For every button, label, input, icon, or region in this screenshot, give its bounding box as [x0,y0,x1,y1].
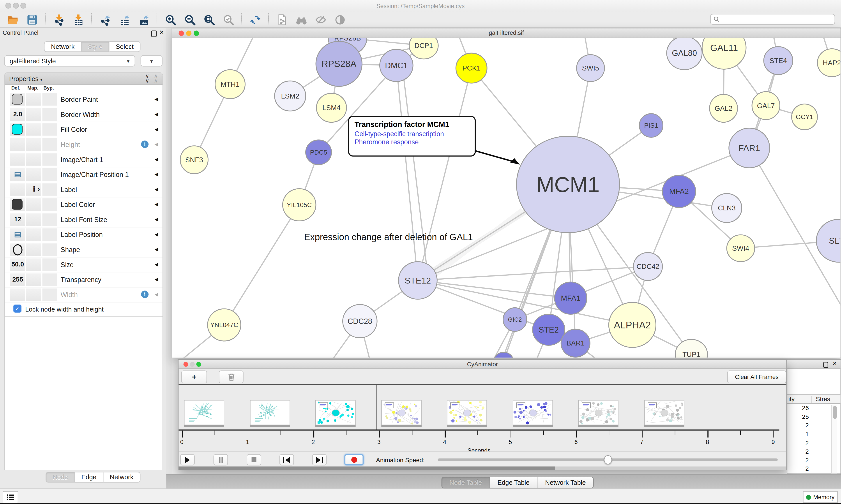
expand-row-icon[interactable]: ◀ [155,217,158,222]
property-cell[interactable] [26,228,41,240]
float-panel-icon[interactable] [823,362,828,368]
property-row-width[interactable]: Widthi◀ [5,287,162,303]
property-cell[interactable] [42,153,57,165]
property-cell[interactable] [26,93,41,106]
property-cell[interactable] [42,93,57,106]
property-cell[interactable] [10,93,25,106]
network-edge[interactable] [224,205,299,325]
expand-row-icon[interactable]: ◀ [155,247,158,252]
search-input[interactable] [720,16,832,23]
property-cell[interactable] [10,289,25,301]
timeline[interactable]: 0123456789 Seconds [179,385,786,451]
zoom-fit-icon[interactable] [202,13,216,27]
column-centrality[interactable]: ity [788,396,794,402]
expand-row-icon[interactable]: ◀ [155,96,158,102]
timeline-frame-2[interactable] [315,400,356,425]
export-table-icon[interactable] [118,13,131,27]
tab-edge[interactable]: Edge [75,472,103,483]
property-cell[interactable]: 12 [10,214,25,226]
expand-row-icon[interactable]: ◀ [155,127,158,132]
property-cell[interactable] [10,183,25,196]
speed-slider-thumb[interactable] [604,455,612,464]
skip-start-button[interactable] [280,454,294,465]
clear-all-frames-button[interactable]: Clear All Frames [727,371,786,383]
property-cell[interactable] [26,123,41,136]
property-cell[interactable] [26,244,41,256]
property-cell[interactable] [10,244,25,256]
table-cell[interactable]: 2 [787,457,809,463]
property-cell[interactable] [26,153,41,165]
minimize-window-button[interactable] [13,3,19,8]
expand-row-icon[interactable]: ◀ [155,232,158,237]
tab-node[interactable]: Node [46,472,75,483]
info-icon[interactable]: i [141,290,148,298]
import-table-icon[interactable] [71,13,85,27]
expand-row-icon[interactable]: ◀ [155,292,158,297]
close-window-button[interactable] [5,3,11,8]
column-stress[interactable]: Stres [816,396,830,402]
property-row-label-position[interactable]: Label Position◀ [5,227,162,242]
property-cell[interactable] [26,289,41,301]
table-scrollbar[interactable] [831,405,837,473]
property-cell[interactable] [10,168,25,181]
table-cell[interactable]: 2 [787,422,809,429]
timeline-frame-1[interactable] [250,400,290,425]
property-cell[interactable] [42,123,57,136]
tab-network[interactable]: Network [44,41,82,52]
properties-header[interactable]: Properties ▾ ∨∨ ∧∧ [5,73,162,85]
property-row-image-chart-1[interactable]: Image/Chart 1◀ [5,152,162,167]
expand-row-icon[interactable]: ◀ [155,142,158,147]
property-cell[interactable] [10,153,25,165]
minimize-icon[interactable] [186,31,192,36]
property-cell[interactable] [10,228,25,240]
close-panel-icon[interactable]: ✕ [159,29,164,36]
column-divider[interactable] [811,396,812,403]
tab-network-bottom[interactable]: Network [103,472,140,483]
record-button[interactable] [344,454,363,465]
style-dropdown[interactable]: galFiltered Style ▼ [4,55,135,66]
property-row-border-paint[interactable]: Border Paint◀ [5,92,162,107]
property-cell[interactable] [26,108,41,121]
property-cell[interactable] [26,273,41,286]
collapse-all-icon[interactable]: ∧∧ [152,74,159,83]
tab-network-table[interactable]: Network Table [538,476,594,488]
close-icon[interactable] [179,31,184,36]
speed-slider[interactable] [437,458,778,461]
expand-row-icon[interactable]: ◀ [155,172,158,177]
property-row-fill-color[interactable]: Fill Color◀ [5,122,162,137]
property-row-transparency[interactable]: 255Transparency◀ [5,272,162,287]
properties-menu-icon[interactable]: ▾ [40,77,42,82]
task-history-button[interactable] [3,491,18,503]
property-row-height[interactable]: Heighti◀ [5,137,162,152]
expand-row-icon[interactable]: ◀ [155,157,158,162]
close-icon[interactable] [183,362,189,367]
import-network-icon[interactable] [52,13,66,27]
export-network-icon[interactable] [98,13,112,27]
tab-select[interactable]: Select [109,41,141,52]
property-cell[interactable] [42,108,57,121]
export-image-icon[interactable] [137,13,151,27]
table-cell[interactable]: 2 [787,439,809,446]
lock-checkbox[interactable]: ✓ [13,305,21,313]
search-field[interactable] [710,14,835,25]
timeline-frame-7[interactable] [644,400,684,425]
property-cell[interactable] [42,138,57,151]
property-row-shape[interactable]: Shape◀ [5,242,162,257]
property-cell[interactable]: 255 [10,273,25,286]
expand-all-icon[interactable]: ∨∨ [143,74,151,83]
memory-button[interactable]: Memory [803,491,838,503]
add-frame-button[interactable]: + [181,371,207,383]
close-panel-icon[interactable]: ✕ [833,360,837,366]
property-cell[interactable] [42,289,57,301]
property-cell[interactable]: 2.0 [10,108,25,121]
property-cell[interactable] [10,198,25,211]
property-cell[interactable] [10,138,25,151]
tab-edge-table[interactable]: Edge Table [490,476,538,488]
timeline-scrollbar[interactable] [179,467,786,470]
table-cell[interactable]: 2 [787,466,809,472]
expand-row-icon[interactable]: ◀ [155,111,158,117]
timeline-frame-5[interactable] [513,400,553,425]
property-cell[interactable] [26,214,41,226]
property-cell[interactable] [42,183,57,196]
property-cell[interactable] [26,168,41,181]
